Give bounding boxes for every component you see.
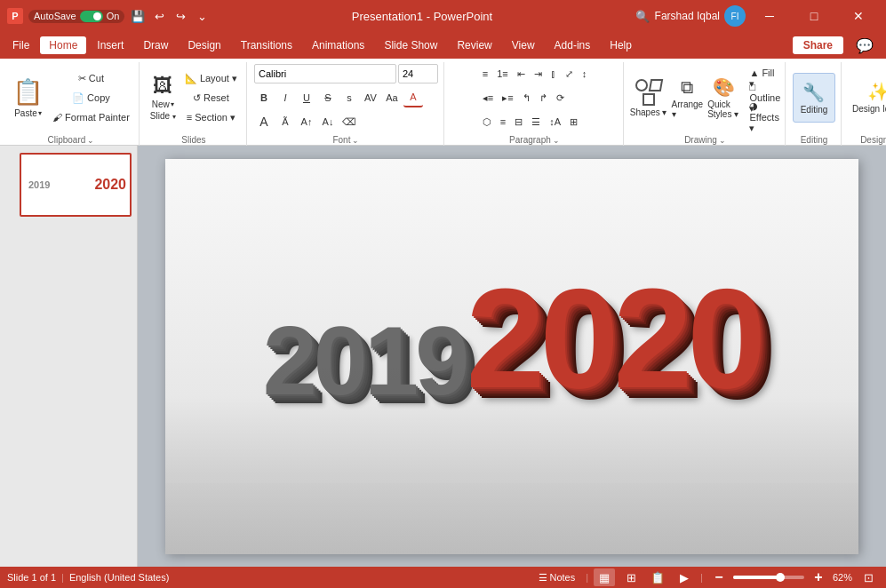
arrange-button[interactable]: ⧉ Arrange ▾ — [673, 73, 703, 123]
font-color-button[interactable]: A — [403, 88, 423, 107]
rtl-button[interactable]: ↰ — [519, 88, 534, 107]
italic-button[interactable]: I — [275, 88, 295, 107]
ribbon-content: 📋 Paste ▾ ✂ Cut 📄 Copy 🖌 Format Painter … — [0, 59, 886, 147]
convert-button[interactable]: ⟳ — [553, 88, 568, 107]
menu-slideshow[interactable]: Slide Show — [375, 36, 446, 54]
zoom-slider-thumb[interactable] — [776, 573, 785, 582]
zoom-out-button[interactable]: − — [708, 568, 730, 586]
autosave-badge[interactable]: AutoSave On — [28, 10, 124, 23]
redo-button[interactable]: ↪ — [172, 8, 188, 24]
indent-button[interactable]: ⇥ — [531, 64, 546, 83]
char-spacing-button[interactable]: AV — [361, 88, 380, 107]
view-reading-button[interactable]: 📋 — [647, 568, 668, 586]
minimize-button[interactable]: ─ — [749, 0, 790, 32]
change-case-button[interactable]: Aa — [382, 88, 402, 107]
slides-col: 📐 Layout ▾ ↺ Reset ≡ Section ▾ — [181, 68, 241, 127]
bold-button[interactable]: B — [254, 88, 274, 107]
decrease-font-button[interactable]: A↓ — [318, 112, 338, 131]
canvas-area[interactable]: 2019 2020 — [138, 146, 886, 567]
text-highlight-button[interactable]: Ã — [275, 112, 295, 131]
increase-list-level-button[interactable]: ▸≡ — [499, 88, 516, 107]
numbering-button[interactable]: 1≡ — [493, 64, 512, 83]
bullets-button[interactable]: ≡ — [479, 64, 491, 83]
menu-home[interactable]: Home — [40, 36, 86, 54]
close-button[interactable]: ✕ — [838, 0, 879, 32]
ribbon-group-drawing: Shapes ▾ ⧉ Arrange ▾ 🎨 Quick Styles ▾ ▲ … — [626, 62, 786, 147]
decrease-list-level-button[interactable]: ◂≡ — [479, 88, 497, 107]
save-button[interactable]: 💾 — [130, 8, 146, 24]
quick-styles-button[interactable]: 🎨 Quick Styles ▾ — [704, 73, 744, 123]
more-commands-button[interactable]: ⌄ — [194, 8, 210, 24]
search-icon[interactable]: 🔍 — [635, 8, 651, 24]
comments-button[interactable]: 💬 — [847, 35, 882, 57]
user-name: Farshad Iqbal — [655, 10, 720, 22]
menu-file[interactable]: File — [4, 36, 38, 54]
zoom-in-button[interactable]: + — [808, 568, 829, 586]
undo-button[interactable]: ↩ — [151, 8, 167, 24]
title-bar-right: 🔍 Farshad Iqbal FI ─ □ ✕ — [635, 0, 879, 32]
menu-draw[interactable]: Draw — [134, 36, 177, 54]
design-ideas-button[interactable]: ✨ Design Ideas — [849, 73, 886, 123]
view-normal-button[interactable]: ▦ — [594, 568, 615, 586]
cut-button[interactable]: ✂ Cut — [49, 68, 133, 88]
zoom-percent: 62% — [833, 572, 852, 583]
status-right: ☰ Notes | ▦ ⊞ 📋 ▶ | − + 62% ⊡ — [533, 568, 880, 586]
line-spacing-button[interactable]: ↕ — [579, 64, 591, 83]
year-2020: 2020 — [466, 267, 761, 409]
font-size-input[interactable] — [398, 64, 438, 83]
menu-insert[interactable]: Insert — [88, 36, 132, 54]
slide-thumbnail-1[interactable]: 2019 2020 — [20, 153, 132, 217]
editing-group-content: 🔧 Editing — [793, 62, 835, 133]
autosave-toggle[interactable] — [80, 11, 103, 22]
share-button[interactable]: Share — [793, 36, 843, 54]
menu-animations[interactable]: Animations — [303, 36, 373, 54]
outdent-button[interactable]: ⇤ — [514, 64, 529, 83]
slide-canvas[interactable]: 2019 2020 — [165, 159, 858, 554]
shadow-button[interactable]: s — [339, 88, 359, 107]
text-direction-button[interactable]: ↕A — [546, 112, 564, 131]
ltr-button[interactable]: ↱ — [536, 88, 551, 107]
font-name-input[interactable] — [254, 64, 396, 83]
fit-slide-button[interactable]: ⊡ — [858, 568, 879, 586]
clear-format-button[interactable]: ⌫ — [339, 112, 359, 131]
align-right-button[interactable]: ⊟ — [511, 112, 526, 131]
title-bar: P AutoSave On 💾 ↩ ↪ ⌄ Presentation1 - Po… — [0, 0, 886, 32]
align-left-button[interactable]: ⬡ — [479, 112, 495, 131]
align-text-button[interactable]: ⊞ — [566, 112, 581, 131]
shapes-button[interactable]: Shapes ▾ — [627, 73, 671, 123]
user-area: 🔍 Farshad Iqbal FI — [635, 5, 746, 27]
zoom-slider[interactable] — [733, 576, 804, 579]
designer-group-content: ✨ Design Ideas — [849, 62, 886, 133]
format-painter-button[interactable]: 🖌 Format Painter — [49, 107, 133, 127]
strikethrough-button[interactable]: S — [318, 88, 338, 107]
copy-button[interactable]: 📄 Copy — [49, 88, 133, 107]
paragraph-row1: ≡ 1≡ ⇤ ⇥ ⫿ ⤢ ↕ — [479, 62, 590, 85]
align-center-button[interactable]: ≡ — [497, 112, 509, 131]
view-slide-sorter-button[interactable]: ⊞ — [620, 568, 642, 586]
reset-button[interactable]: ↺ Reset — [181, 88, 241, 107]
menu-transitions[interactable]: Transitions — [232, 36, 301, 54]
editing-button[interactable]: 🔧 Editing — [793, 73, 835, 123]
menu-view[interactable]: View — [503, 36, 544, 54]
notes-button[interactable]: ☰ Notes — [533, 572, 581, 584]
view-slideshow-button[interactable]: ▶ — [674, 568, 695, 586]
shape-effects-button[interactable]: ◑ Effects ▾ — [746, 107, 784, 127]
menu-addins[interactable]: Add-ins — [546, 36, 600, 54]
underline-button[interactable]: U — [297, 88, 316, 107]
columns-button[interactable]: ⫿ — [547, 64, 560, 83]
menu-design[interactable]: Design — [179, 36, 229, 54]
slide-thumb-preview: 2019 2020 — [21, 155, 130, 215]
new-slide-button[interactable]: 🖼 New ▾ Slide ▾ — [147, 73, 180, 123]
menu-review[interactable]: Review — [448, 36, 500, 54]
layout-button[interactable]: 📐 Layout ▾ — [181, 68, 241, 88]
paste-button[interactable]: 📋 Paste ▾ — [9, 73, 47, 123]
font-color-fill-button[interactable]: A — [254, 112, 274, 131]
menu-help[interactable]: Help — [601, 36, 641, 54]
ribbon-group-editing: 🔧 Editing Editing — [787, 62, 842, 147]
maximize-button[interactable]: □ — [794, 0, 834, 32]
increase-font-button[interactable]: A↑ — [297, 112, 316, 131]
justify-button[interactable]: ☰ — [528, 112, 544, 131]
paragraph-row2: ◂≡ ▸≡ ↰ ↱ ⟳ — [479, 86, 568, 109]
smart-art-button[interactable]: ⤢ — [562, 64, 577, 83]
section-button[interactable]: ≡ Section ▾ — [181, 107, 241, 127]
